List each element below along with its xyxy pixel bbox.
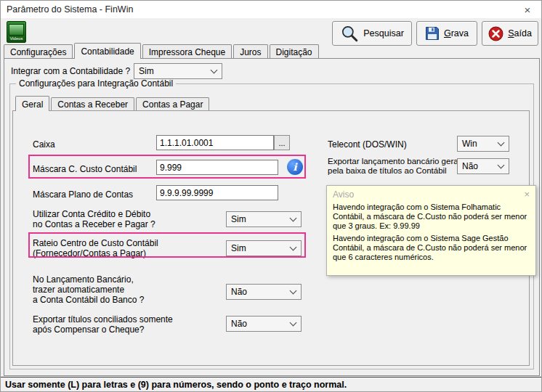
conta-credito-select[interactable]: Sim bbox=[226, 211, 302, 227]
tab-configuracoes[interactable]: Configurações bbox=[4, 44, 73, 58]
chevron-down-icon bbox=[290, 215, 297, 222]
mascara-ccusto-label: Máscara C. Custo Contábil bbox=[33, 164, 137, 174]
exportar-titulos-label-line1: Exportar títulos conciliados somente bbox=[33, 314, 173, 324]
integrar-contabilidade-value: Sim bbox=[139, 66, 154, 76]
chevron-down-icon bbox=[290, 287, 297, 295]
main-tabstrip: Configurações Contabilidade Impressora C… bbox=[4, 44, 320, 59]
groupbox-title: Configurações para Integração Contábil bbox=[16, 78, 176, 89]
video-thumbnail-icon bbox=[9, 24, 24, 36]
conta-credito-label-line2: no Contas a Receber e Pagar ? bbox=[33, 219, 155, 229]
rateio-select[interactable]: Sim bbox=[226, 240, 302, 256]
chevron-down-icon bbox=[498, 162, 505, 169]
mascara-plano-input[interactable] bbox=[156, 185, 278, 200]
chevron-down-icon bbox=[290, 244, 297, 251]
tab-contas-a-receber[interactable]: Contas a Receber bbox=[51, 97, 134, 110]
grava-button[interactable]: Grava bbox=[416, 21, 477, 46]
titlebar: Parâmetro do Sistema - FinWin × bbox=[1, 1, 541, 18]
integrar-contabilidade-label: Integrar com a Contabilidade ? bbox=[11, 66, 130, 76]
telecont-select[interactable]: Win bbox=[457, 136, 509, 152]
telecont-label: Telecont (DOS/WIN) bbox=[328, 139, 407, 150]
info-icon[interactable]: i bbox=[287, 159, 303, 175]
mascara-ccusto-input[interactable] bbox=[156, 160, 278, 175]
lancamento-label-line3: a Conta Contábil do Banco ? bbox=[33, 295, 144, 305]
floppy-icon bbox=[425, 26, 440, 41]
rateio-label-line2: (Fornecedor/Contas a Pagar) bbox=[33, 248, 146, 258]
exportar-lancamento-label-line1: Exportar lançamento bancário gerados bbox=[328, 157, 472, 166]
grava-label: Grava bbox=[444, 28, 469, 38]
rateio-value: Sim bbox=[231, 243, 246, 253]
exportar-titulos-label-line2: após Compensar o Cheque? bbox=[33, 324, 144, 335]
chevron-down-icon bbox=[290, 319, 297, 327]
pesquisar-label: Pesquisar bbox=[363, 28, 404, 38]
pesquisar-button[interactable]: Pesquisar bbox=[332, 21, 412, 46]
caixa-label: Caixa bbox=[33, 139, 55, 150]
tab-contas-a-pagar[interactable]: Contas a Pagar bbox=[136, 97, 209, 110]
aviso-tooltip: Aviso × Havendo integração com o Sistema… bbox=[326, 185, 536, 276]
exportar-lancamento-label-line2: pela baixa de títulos ao Contábil bbox=[328, 166, 447, 175]
aviso-header: Aviso × bbox=[327, 186, 535, 201]
lancamento-label-line1: No Lançamento Bancário, bbox=[33, 274, 134, 285]
window-title: Parâmetro do Sistema - FinWin bbox=[7, 4, 133, 15]
exit-icon bbox=[488, 26, 503, 41]
parametro-sistema-window: Parâmetro do Sistema - FinWin × Videos P… bbox=[0, 0, 542, 392]
conta-credito-label-line1: Utilizar Conta Crédito e Débito bbox=[33, 209, 150, 219]
lancamento-select[interactable]: Não bbox=[226, 284, 302, 300]
aviso-close-button[interactable]: × bbox=[524, 189, 530, 200]
ellipsis-icon: ... bbox=[278, 139, 285, 147]
tab-geral[interactable]: Geral bbox=[15, 96, 49, 111]
caixa-input[interactable] bbox=[156, 135, 274, 150]
mascara-plano-label: Máscara Plano de Contas bbox=[33, 189, 133, 200]
chevron-down-icon bbox=[498, 139, 505, 147]
statusbar: Usar somente (L) para letras e (9) para … bbox=[1, 377, 541, 392]
videos-label: Videos bbox=[9, 36, 23, 42]
magnifier-icon bbox=[340, 24, 359, 43]
tab-juros[interactable]: Juros bbox=[233, 44, 267, 58]
lancamento-label-line2: trazer automaticamente bbox=[33, 285, 124, 295]
aviso-title: Aviso bbox=[333, 189, 354, 200]
aviso-paragraph-2: Havendo integração com o Sistema Sage Ge… bbox=[333, 234, 530, 262]
close-icon: × bbox=[525, 4, 531, 16]
telecont-value: Win bbox=[462, 139, 477, 149]
exportar-lancamento-select[interactable]: Não bbox=[457, 158, 509, 174]
exportar-titulos-select[interactable]: Não bbox=[226, 316, 302, 332]
tab-impressora-cheque[interactable]: Impressora Cheque bbox=[142, 44, 232, 58]
tab-digitacao[interactable]: Digitação bbox=[270, 44, 319, 58]
statusbar-text: Usar somente (L) para letras e (9) para … bbox=[5, 380, 347, 390]
window-close-button[interactable]: × bbox=[519, 2, 535, 17]
chevron-down-icon bbox=[211, 67, 218, 74]
integrar-contabilidade-select[interactable]: Sim bbox=[134, 63, 222, 79]
close-icon: × bbox=[524, 189, 530, 200]
inner-tabstrip: Geral Contas a Receber Contas a Pagar bbox=[15, 97, 211, 111]
lancamento-value: Não bbox=[231, 287, 247, 297]
conta-credito-value: Sim bbox=[231, 214, 246, 224]
rateio-label-line1: Rateio Centro de Custo Contábil bbox=[33, 238, 158, 248]
exportar-lancamento-value: Não bbox=[462, 161, 478, 171]
saida-button[interactable]: Saída bbox=[482, 21, 538, 46]
caixa-browse-button[interactable]: ... bbox=[274, 135, 290, 150]
saida-label: Saída bbox=[508, 28, 532, 38]
videos-icon[interactable]: Videos bbox=[7, 21, 26, 43]
aviso-body: Havendo integração com o Sistema Folhama… bbox=[327, 201, 535, 266]
exportar-titulos-value: Não bbox=[231, 319, 247, 329]
aviso-paragraph-1: Havendo integração com o Sistema Folhama… bbox=[333, 203, 530, 231]
tab-contabilidade[interactable]: Contabilidade bbox=[74, 43, 140, 59]
